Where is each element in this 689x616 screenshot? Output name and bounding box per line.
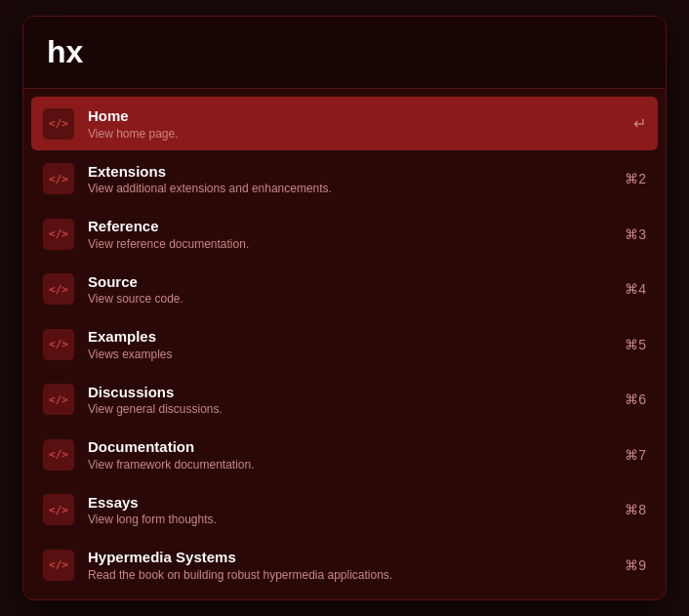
menu-list: </>HomeView home page.↵</>ExtensionsView…	[23, 89, 666, 599]
app-title: hx	[23, 17, 666, 89]
command-palette: hx </>HomeView home page.↵</>ExtensionsV…	[22, 16, 667, 600]
item-title-documentation: Documentation	[88, 437, 613, 457]
item-content-extensions: ExtensionsView additional extensions and…	[88, 162, 613, 196]
item-icon-hypermedia: </>	[43, 550, 74, 581]
item-shortcut-documentation: ⌘7	[625, 447, 646, 463]
item-subtitle-documentation: View framework documentation.	[88, 458, 613, 472]
item-title-extensions: Extensions	[88, 162, 613, 182]
item-subtitle-extensions: View additional extensions and enhanceme…	[88, 182, 613, 195]
item-shortcut-home: ↵	[633, 114, 646, 133]
item-title-home: Home	[88, 106, 622, 126]
item-title-hypermedia: Hypermedia Systems	[88, 548, 613, 567]
item-icon-discussions: </>	[43, 384, 74, 415]
item-icon-examples: </>	[43, 329, 74, 360]
item-icon-reference: </>	[43, 219, 74, 250]
menu-item-hypermedia[interactable]: </>Hypermedia SystemsRead the book on bu…	[31, 538, 658, 592]
item-icon-essays: </>	[43, 494, 74, 525]
item-content-discussions: DiscussionsView general discussions.	[88, 383, 613, 417]
item-icon-home: </>	[43, 108, 74, 140]
menu-item-examples[interactable]: </>ExamplesViews examples⌘5	[31, 317, 658, 371]
item-subtitle-hypermedia: Read the book on building robust hyperme…	[88, 568, 613, 582]
item-subtitle-source: View source code.	[88, 292, 613, 306]
item-title-examples: Examples	[88, 327, 613, 347]
item-shortcut-extensions: ⌘2	[625, 171, 646, 186]
item-shortcut-examples: ⌘5	[625, 337, 646, 352]
item-icon-source: </>	[43, 273, 74, 305]
item-icon-documentation: </>	[43, 439, 74, 471]
item-title-source: Source	[88, 272, 613, 292]
item-shortcut-source: ⌘4	[625, 281, 646, 297]
item-content-examples: ExamplesViews examples	[88, 327, 613, 361]
item-shortcut-hypermedia: ⌘9	[625, 557, 646, 573]
item-content-essays: EssaysView long form thoughts.	[88, 493, 613, 527]
item-content-hypermedia: Hypermedia SystemsRead the book on build…	[88, 548, 613, 582]
item-content-reference: ReferenceView reference documentation.	[88, 217, 613, 251]
item-shortcut-discussions: ⌘6	[625, 391, 646, 407]
item-title-reference: Reference	[88, 217, 613, 236]
item-subtitle-reference: View reference documentation.	[88, 237, 613, 251]
menu-item-reference[interactable]: </>ReferenceView reference documentation…	[31, 207, 658, 261]
item-subtitle-discussions: View general discussions.	[88, 402, 613, 416]
item-subtitle-home: View home page.	[88, 127, 622, 141]
menu-item-source[interactable]: </>SourceView source code.⌘4	[31, 263, 658, 316]
item-content-source: SourceView source code.	[88, 272, 613, 307]
menu-item-essays[interactable]: </>EssaysView long form thoughts.⌘8	[31, 483, 658, 537]
item-title-essays: Essays	[88, 493, 613, 513]
item-title-discussions: Discussions	[88, 383, 613, 402]
menu-item-home[interactable]: </>HomeView home page.↵	[31, 97, 658, 150]
item-content-home: HomeView home page.	[88, 106, 622, 141]
item-shortcut-essays: ⌘8	[625, 502, 646, 517]
menu-item-extensions[interactable]: </>ExtensionsView additional extensions …	[31, 152, 658, 206]
item-subtitle-essays: View long form thoughts.	[88, 513, 613, 526]
item-icon-extensions: </>	[43, 163, 74, 194]
item-shortcut-reference: ⌘3	[625, 226, 646, 242]
item-subtitle-examples: Views examples	[88, 348, 613, 361]
menu-item-documentation[interactable]: </>DocumentationView framework documenta…	[31, 428, 658, 481]
item-content-documentation: DocumentationView framework documentatio…	[88, 437, 613, 472]
menu-item-discussions[interactable]: </>DiscussionsView general discussions.⌘…	[31, 373, 658, 427]
